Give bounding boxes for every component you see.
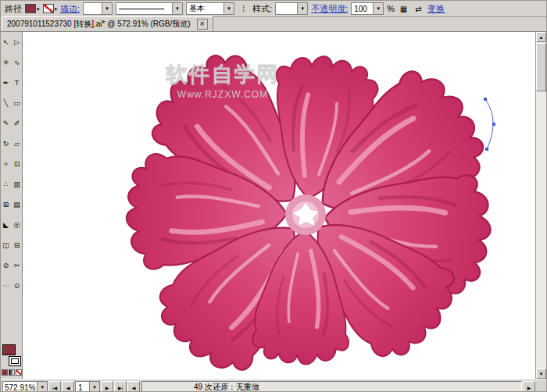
- fill-stroke-indicator[interactable]: [2, 344, 22, 367]
- page-number-field[interactable]: 1 ▾: [75, 381, 100, 392]
- stroke-color-swatch[interactable]: [43, 4, 54, 13]
- rectangle-tool[interactable]: ▭: [12, 93, 23, 113]
- page-dropdown-arrow[interactable]: ▾: [89, 382, 99, 392]
- lasso-tool[interactable]: ∿: [12, 52, 23, 73]
- zoom-tool[interactable]: ⊙: [12, 276, 23, 296]
- grid-icon[interactable]: ▦: [398, 3, 409, 15]
- page-number-value: 1: [76, 383, 89, 392]
- horizontal-scrollbar-track[interactable]: 49 次还原：无重做: [141, 381, 522, 392]
- anchor-point[interactable]: [484, 98, 487, 101]
- appearance-dropdown-arrow[interactable]: ▾: [223, 3, 234, 14]
- rotate-tool[interactable]: ↻: [1, 134, 12, 154]
- last-page-button[interactable]: ▶|: [114, 381, 127, 392]
- hscroll-right-button[interactable]: ▶: [523, 381, 535, 392]
- transform-panel-link[interactable]: 变换: [427, 3, 445, 15]
- fill-color-swatch[interactable]: [25, 4, 36, 13]
- opacity-value: 100: [352, 5, 373, 13]
- color-mode-button[interactable]: [2, 369, 8, 376]
- vertical-scrollbar[interactable]: ▲ ▼: [535, 32, 546, 379]
- stroke-weight-dropdown-arrow[interactable]: ▾: [102, 3, 112, 14]
- illustrator-window: 路径 ▾ ▾ 描边: ▾ ▾ 基本 ▾ ⁞ 样式: ▾ 不透明度: 10: [0, 0, 547, 392]
- stroke-panel-link[interactable]: 描边:: [60, 3, 80, 15]
- flower-artwork: [23, 32, 535, 379]
- opacity-dropdown-arrow[interactable]: ▾: [373, 3, 383, 14]
- zoom-level-value: 572.91%: [3, 383, 37, 392]
- stroke-dropdown-arrow[interactable]: ▾: [55, 6, 58, 12]
- stroke-swatch[interactable]: [9, 356, 21, 366]
- fill-swatch[interactable]: [2, 344, 16, 355]
- flower[interactable]: [125, 39, 499, 379]
- appearance-combo[interactable]: 基本 ▾: [186, 2, 234, 15]
- brush-definition-dropdown-arrow[interactable]: ▾: [172, 3, 182, 14]
- tool-grid: ↖ ▷ ✳ ∿ ✒ T ╲ ▭ ✎ ✐ ↻ ▱ ≈ ⊡ ∴ ▥ ⊞ ▤ ◣ ◎: [1, 32, 23, 296]
- pen-tool[interactable]: ✒: [1, 73, 12, 93]
- symbol-sprayer-tool[interactable]: ∴: [1, 174, 12, 194]
- brush-definition-value: [116, 9, 172, 9]
- scrollbar-corner: [535, 380, 546, 392]
- type-tool[interactable]: T: [12, 73, 23, 93]
- brush-definition-combo[interactable]: ▾: [116, 2, 183, 15]
- undo-status-text: 49 次还原：无重做: [142, 382, 259, 392]
- magic-wand-tool[interactable]: ✳: [1, 52, 12, 73]
- selection-anchors[interactable]: [484, 98, 495, 151]
- style-label: 样式:: [252, 3, 272, 15]
- paint-mode-buttons: [2, 369, 22, 376]
- zoom-dropdown-arrow[interactable]: ▾: [37, 382, 47, 392]
- mesh-tool[interactable]: ⊞: [1, 194, 12, 215]
- previous-page-button[interactable]: ◀: [62, 381, 74, 392]
- anchor-point[interactable]: [485, 148, 488, 151]
- document-title: 200791011523730 [转换].ai* @ 572.91% (RGB/…: [7, 19, 191, 30]
- style-dropdown-arrow[interactable]: ▾: [297, 3, 307, 14]
- artboard-canvas[interactable]: 软件自学网 Www.RJZXW.COM: [23, 32, 535, 379]
- object-type-label: 路径: [5, 3, 22, 15]
- document-tab-bar: 200791011523730 [转换].ai* @ 572.91% (RGB/…: [1, 17, 546, 32]
- hand-tool[interactable]: ☜: [1, 276, 12, 296]
- paintbrush-tool[interactable]: ✎: [1, 113, 12, 134]
- opacity-panel-link[interactable]: 不透明度:: [311, 3, 348, 15]
- slice-tool[interactable]: ⊘: [1, 255, 12, 276]
- scroll-up-button[interactable]: ▲: [536, 32, 546, 42]
- live-paint-bucket-tool[interactable]: ◫: [1, 235, 12, 255]
- toolbox: ↖ ▷ ✳ ∿ ✒ T ╲ ▭ ✎ ✐ ↻ ▱ ≈ ⊡ ∴ ▥ ⊞ ▤ ◣ ◎: [1, 32, 23, 379]
- warp-tool[interactable]: ≈: [1, 154, 12, 174]
- eyedropper-tool[interactable]: ◣: [1, 215, 12, 235]
- close-tab-button[interactable]: ×: [197, 19, 208, 30]
- next-page-button[interactable]: ▶: [101, 381, 113, 392]
- stroke-color-control[interactable]: ▾: [43, 4, 58, 13]
- scissors-tool[interactable]: ✂: [12, 255, 23, 276]
- fill-color-control[interactable]: ▾: [25, 4, 40, 13]
- vertical-scroll-thumb[interactable]: [536, 43, 546, 91]
- control-bar: 路径 ▾ ▾ 描边: ▾ ▾ 基本 ▾ ⁞ 样式: ▾ 不透明度: 10: [1, 1, 546, 17]
- anchor-point[interactable]: [492, 123, 495, 126]
- live-paint-selection-tool[interactable]: ⊟: [12, 235, 23, 255]
- selected-path-segment[interactable]: [485, 99, 493, 149]
- percent-label: %: [387, 4, 395, 13]
- fill-dropdown-arrow[interactable]: ▾: [37, 6, 40, 12]
- first-page-button[interactable]: |◀: [48, 381, 61, 392]
- gradient-tool[interactable]: ▤: [12, 194, 23, 215]
- opacity-combo[interactable]: 100 ▾: [351, 2, 384, 15]
- zoom-level-combo[interactable]: 572.91% ▾: [2, 381, 48, 392]
- stroke-weight-combo[interactable]: ▾: [83, 2, 113, 15]
- none-mode-button[interactable]: [16, 369, 22, 376]
- scale-tool[interactable]: ▱: [12, 134, 23, 154]
- line-segment-tool[interactable]: ╲: [1, 93, 12, 113]
- document-tab[interactable]: 200791011523730 [转换].ai* @ 572.91% (RGB/…: [2, 16, 213, 31]
- blend-tool[interactable]: ◎: [12, 215, 23, 235]
- hscroll-left-button[interactable]: ◀: [127, 381, 140, 392]
- appearance-value: 基本: [187, 3, 223, 14]
- style-combo[interactable]: ▾: [275, 2, 308, 15]
- graph-tool[interactable]: ▥: [12, 174, 23, 194]
- pencil-tool[interactable]: ✐: [12, 113, 23, 134]
- main-area: ↖ ▷ ✳ ∿ ✒ T ╲ ▭ ✎ ✐ ↻ ▱ ≈ ⊡ ∴ ▥ ⊞ ▤ ◣ ◎: [1, 32, 546, 379]
- free-transform-tool[interactable]: ⊡: [12, 154, 23, 174]
- gradient-mode-button[interactable]: [9, 369, 15, 376]
- swap-icon[interactable]: ⇄: [413, 3, 424, 15]
- options-dots-icon[interactable]: ⁞: [238, 3, 249, 15]
- direct-selection-tool[interactable]: ▷: [12, 32, 23, 52]
- selection-tool[interactable]: ↖: [1, 32, 12, 52]
- status-bar: 572.91% ▾ |◀ ◀ 1 ▾ ▶ ▶| ◀ 49 次还原：无重做 ▶: [1, 379, 546, 392]
- scroll-down-button[interactable]: ▼: [536, 369, 546, 379]
- brush-stroke-preview: [119, 9, 164, 9]
